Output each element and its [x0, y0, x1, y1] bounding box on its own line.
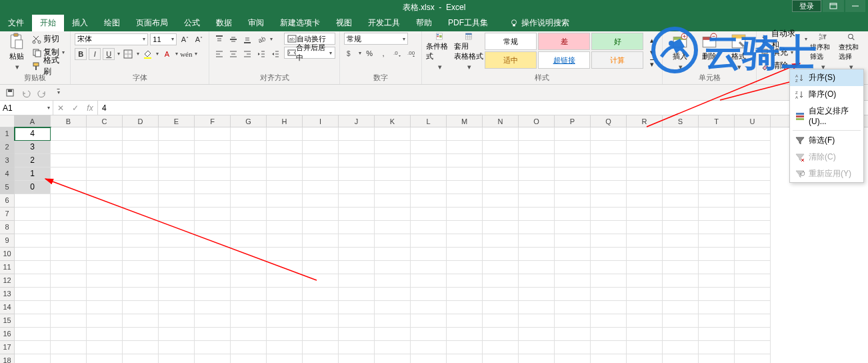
cell[interactable]: [735, 288, 771, 301]
cell[interactable]: [375, 167, 411, 181]
cell[interactable]: [411, 167, 447, 181]
cell[interactable]: [411, 208, 447, 221]
cell[interactable]: [51, 354, 87, 363]
cell[interactable]: [735, 141, 771, 154]
cell[interactable]: [15, 341, 51, 354]
cell[interactable]: [195, 288, 231, 301]
tab-new[interactable]: 新建选项卡: [272, 15, 328, 31]
cell[interactable]: [51, 341, 87, 354]
row-header[interactable]: 12: [0, 274, 15, 288]
cell[interactable]: [375, 314, 411, 328]
cell[interactable]: [339, 127, 375, 141]
select-all-corner[interactable]: [0, 115, 15, 127]
col-header-B[interactable]: B: [51, 115, 87, 127]
cell[interactable]: [663, 261, 699, 274]
cell[interactable]: [231, 341, 267, 354]
cell[interactable]: [15, 248, 51, 261]
cell[interactable]: [51, 261, 87, 274]
col-header-N[interactable]: N: [483, 115, 519, 127]
col-header-Q[interactable]: Q: [591, 115, 627, 127]
cell[interactable]: [483, 234, 519, 248]
col-header-E[interactable]: E: [159, 115, 195, 127]
cell[interactable]: [447, 127, 483, 141]
cell[interactable]: [591, 167, 627, 181]
cell[interactable]: [339, 274, 375, 288]
cell[interactable]: [735, 181, 771, 194]
border-button[interactable]: [122, 48, 134, 60]
cell[interactable]: [519, 354, 555, 363]
cell[interactable]: [519, 141, 555, 154]
tab-insert[interactable]: 插入: [64, 15, 96, 31]
decrease-decimal-icon[interactable]: .00: [405, 47, 417, 59]
cell[interactable]: [663, 354, 699, 363]
cell[interactable]: [483, 354, 519, 363]
cell[interactable]: [663, 248, 699, 261]
cell[interactable]: [231, 301, 267, 314]
cell[interactable]: [123, 314, 159, 328]
cell[interactable]: [51, 167, 87, 181]
cell[interactable]: [339, 181, 375, 194]
col-header-H[interactable]: H: [267, 115, 303, 127]
cell[interactable]: [51, 301, 87, 314]
cell[interactable]: [267, 221, 303, 234]
cell[interactable]: [555, 274, 591, 288]
cell[interactable]: [663, 234, 699, 248]
cell[interactable]: [735, 341, 771, 354]
cell[interactable]: [591, 181, 627, 194]
cell[interactable]: [231, 274, 267, 288]
cell[interactable]: [87, 141, 123, 154]
col-header-I[interactable]: I: [303, 115, 339, 127]
cell[interactable]: [519, 261, 555, 274]
cell[interactable]: [51, 234, 87, 248]
cell[interactable]: [303, 354, 339, 363]
italic-button[interactable]: I: [89, 48, 101, 60]
cell[interactable]: [195, 208, 231, 221]
row-header[interactable]: 13: [0, 288, 15, 301]
cell[interactable]: [699, 261, 735, 274]
cell[interactable]: [699, 248, 735, 261]
cell[interactable]: [51, 141, 87, 154]
enter-formula-icon[interactable]: ✓: [68, 103, 83, 113]
cell[interactable]: [555, 127, 591, 141]
cell[interactable]: [411, 274, 447, 288]
cell[interactable]: [87, 328, 123, 341]
cell[interactable]: [87, 354, 123, 363]
style-calc[interactable]: 计算: [591, 51, 643, 69]
cell[interactable]: [627, 354, 663, 363]
cell[interactable]: [195, 314, 231, 328]
cell[interactable]: [231, 167, 267, 181]
cell[interactable]: [303, 288, 339, 301]
decrease-font-icon[interactable]: A˅: [193, 33, 205, 45]
cell[interactable]: [195, 328, 231, 341]
cell[interactable]: [51, 274, 87, 288]
cell[interactable]: [51, 208, 87, 221]
cell[interactable]: [375, 261, 411, 274]
cell[interactable]: [195, 181, 231, 194]
percent-button[interactable]: %: [363, 47, 375, 59]
cell[interactable]: [627, 181, 663, 194]
cell[interactable]: [51, 314, 87, 328]
align-bottom-icon[interactable]: [241, 33, 253, 45]
decrease-indent-icon[interactable]: [255, 48, 267, 60]
cell[interactable]: [159, 167, 195, 181]
cell[interactable]: [375, 248, 411, 261]
fx-icon[interactable]: fx: [83, 103, 97, 113]
cell[interactable]: [339, 328, 375, 341]
col-header-O[interactable]: O: [519, 115, 555, 127]
cell[interactable]: [195, 261, 231, 274]
cell[interactable]: [411, 234, 447, 248]
row-header[interactable]: 16: [0, 328, 15, 341]
cell[interactable]: [51, 248, 87, 261]
cell[interactable]: [123, 354, 159, 363]
cell[interactable]: [339, 354, 375, 363]
cell[interactable]: [483, 261, 519, 274]
tab-draw[interactable]: 绘图: [96, 15, 128, 31]
cell[interactable]: [375, 181, 411, 194]
cell[interactable]: [519, 341, 555, 354]
style-link[interactable]: 超链接: [538, 51, 590, 69]
cell[interactable]: [123, 167, 159, 181]
cell[interactable]: [591, 301, 627, 314]
tab-formulas[interactable]: 公式: [176, 15, 208, 31]
cell[interactable]: [231, 141, 267, 154]
row-header[interactable]: 11: [0, 261, 15, 274]
